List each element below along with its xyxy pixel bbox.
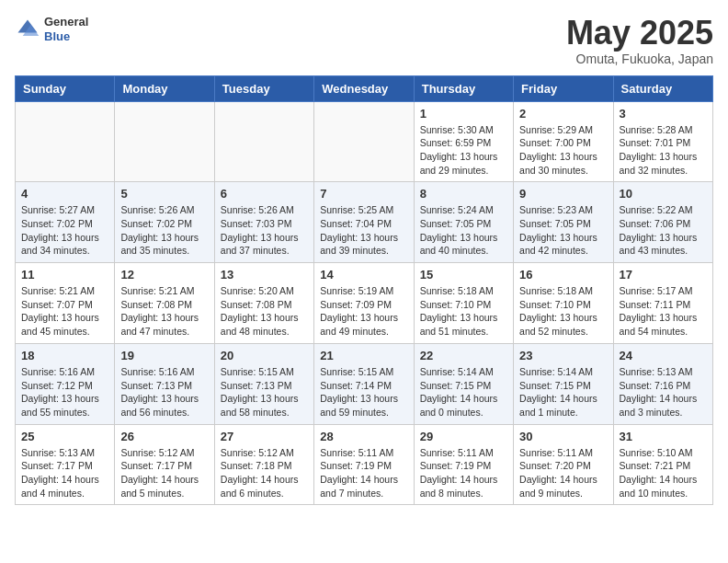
day-info: Sunrise: 5:21 AMSunset: 7:07 PMDaylight:…: [21, 284, 108, 339]
calendar-cell: 12Sunrise: 5:21 AMSunset: 7:08 PMDayligh…: [115, 263, 214, 344]
day-number: 6: [221, 187, 308, 201]
calendar-cell: [16, 101, 115, 182]
day-info: Sunrise: 5:11 AMSunset: 7:19 PMDaylight:…: [320, 446, 407, 500]
day-number: 30: [519, 430, 607, 443]
calendar-cell: 24Sunrise: 5:13 AMSunset: 7:16 PMDayligh…: [613, 343, 712, 424]
day-number: 7: [320, 187, 407, 201]
calendar-cell: 30Sunrise: 5:11 AMSunset: 7:20 PMDayligh…: [514, 424, 613, 505]
day-info: Sunrise: 5:20 AMSunset: 7:08 PMDaylight:…: [221, 284, 308, 339]
calendar-cell: 9Sunrise: 5:23 AMSunset: 7:05 PMDaylight…: [514, 182, 613, 263]
calendar-cell: 11Sunrise: 5:21 AMSunset: 7:07 PMDayligh…: [16, 263, 115, 344]
day-number: 2: [519, 107, 607, 121]
day-info: Sunrise: 5:24 AMSunset: 7:05 PMDaylight:…: [420, 203, 507, 258]
calendar-cell: 31Sunrise: 5:10 AMSunset: 7:21 PMDayligh…: [613, 424, 712, 505]
week-row-4: 18Sunrise: 5:16 AMSunset: 7:12 PMDayligh…: [16, 343, 713, 424]
day-number: 1: [420, 107, 507, 121]
calendar-cell: 18Sunrise: 5:16 AMSunset: 7:12 PMDayligh…: [16, 343, 115, 424]
logo-general-text: General: [44, 15, 88, 29]
day-info: Sunrise: 5:12 AMSunset: 7:18 PMDaylight:…: [221, 446, 308, 500]
weekday-header-thursday: Thursday: [414, 75, 513, 101]
weekday-header-wednesday: Wednesday: [314, 75, 414, 101]
calendar-cell: 25Sunrise: 5:13 AMSunset: 7:17 PMDayligh…: [16, 424, 115, 505]
day-info: Sunrise: 5:12 AMSunset: 7:17 PMDaylight:…: [120, 446, 208, 500]
logo-text: General Blue: [44, 15, 88, 43]
calendar-cell: 17Sunrise: 5:17 AMSunset: 7:11 PMDayligh…: [613, 263, 712, 344]
day-info: Sunrise: 5:13 AMSunset: 7:16 PMDaylight:…: [620, 365, 707, 419]
day-number: 9: [519, 187, 607, 201]
weekday-header-tuesday: Tuesday: [214, 75, 313, 101]
day-number: 21: [320, 349, 407, 362]
calendar-cell: 16Sunrise: 5:18 AMSunset: 7:10 PMDayligh…: [514, 263, 613, 344]
day-number: 23: [519, 349, 607, 362]
calendar-cell: 29Sunrise: 5:11 AMSunset: 7:19 PMDayligh…: [414, 424, 513, 505]
title-block: May 2025 Omuta, Fukuoka, Japan: [566, 15, 713, 66]
day-info: Sunrise: 5:26 AMSunset: 7:02 PMDaylight:…: [120, 203, 208, 258]
week-row-3: 11Sunrise: 5:21 AMSunset: 7:07 PMDayligh…: [16, 263, 713, 344]
day-number: 26: [120, 430, 208, 443]
month-title: May 2025: [566, 15, 713, 52]
day-number: 16: [519, 268, 607, 282]
day-info: Sunrise: 5:19 AMSunset: 7:09 PMDaylight:…: [320, 284, 407, 339]
week-row-1: 1Sunrise: 5:30 AMSunset: 6:59 PMDaylight…: [16, 101, 713, 182]
day-number: 4: [21, 187, 108, 201]
weekday-header-row: SundayMondayTuesdayWednesdayThursdayFrid…: [16, 75, 713, 101]
calendar-cell: [314, 101, 414, 182]
day-number: 15: [420, 268, 507, 282]
calendar-cell: 26Sunrise: 5:12 AMSunset: 7:17 PMDayligh…: [115, 424, 214, 505]
day-number: 22: [420, 349, 507, 362]
calendar-cell: 4Sunrise: 5:27 AMSunset: 7:02 PMDaylight…: [16, 182, 115, 263]
day-number: 19: [120, 349, 208, 362]
calendar-cell: 10Sunrise: 5:22 AMSunset: 7:06 PMDayligh…: [613, 182, 712, 263]
day-info: Sunrise: 5:15 AMSunset: 7:14 PMDaylight:…: [320, 365, 407, 419]
calendar-cell: 21Sunrise: 5:15 AMSunset: 7:14 PMDayligh…: [314, 343, 414, 424]
calendar-cell: 6Sunrise: 5:26 AMSunset: 7:03 PMDaylight…: [214, 182, 313, 263]
calendar-cell: 2Sunrise: 5:29 AMSunset: 7:00 PMDaylight…: [514, 101, 613, 182]
day-info: Sunrise: 5:30 AMSunset: 6:59 PMDaylight:…: [420, 123, 507, 178]
day-info: Sunrise: 5:27 AMSunset: 7:02 PMDaylight:…: [21, 203, 108, 258]
day-number: 25: [21, 430, 108, 443]
day-number: 12: [120, 268, 208, 282]
day-number: 20: [221, 349, 308, 362]
calendar-cell: 27Sunrise: 5:12 AMSunset: 7:18 PMDayligh…: [214, 424, 313, 505]
day-info: Sunrise: 5:13 AMSunset: 7:17 PMDaylight:…: [21, 446, 108, 500]
day-info: Sunrise: 5:22 AMSunset: 7:06 PMDaylight:…: [620, 203, 707, 258]
week-row-5: 25Sunrise: 5:13 AMSunset: 7:17 PMDayligh…: [16, 424, 713, 505]
day-number: 18: [21, 349, 108, 362]
week-row-2: 4Sunrise: 5:27 AMSunset: 7:02 PMDaylight…: [16, 182, 713, 263]
calendar-cell: 7Sunrise: 5:25 AMSunset: 7:04 PMDaylight…: [314, 182, 414, 263]
day-number: 8: [420, 187, 507, 201]
calendar-cell: 8Sunrise: 5:24 AMSunset: 7:05 PMDaylight…: [414, 182, 513, 263]
day-info: Sunrise: 5:17 AMSunset: 7:11 PMDaylight:…: [620, 284, 707, 339]
day-number: 13: [221, 268, 308, 282]
weekday-header-saturday: Saturday: [613, 75, 712, 101]
day-number: 5: [120, 187, 208, 201]
calendar-cell: 23Sunrise: 5:14 AMSunset: 7:15 PMDayligh…: [514, 343, 613, 424]
day-number: 27: [221, 430, 308, 443]
calendar-cell: 14Sunrise: 5:19 AMSunset: 7:09 PMDayligh…: [314, 263, 414, 344]
day-info: Sunrise: 5:18 AMSunset: 7:10 PMDaylight:…: [519, 284, 607, 339]
day-info: Sunrise: 5:15 AMSunset: 7:13 PMDaylight:…: [221, 365, 308, 419]
day-number: 17: [620, 268, 707, 282]
day-number: 31: [620, 430, 707, 443]
calendar-table: SundayMondayTuesdayWednesdayThursdayFrid…: [15, 75, 713, 506]
day-info: Sunrise: 5:16 AMSunset: 7:13 PMDaylight:…: [120, 365, 208, 419]
logo-blue-text: Blue: [44, 29, 88, 44]
day-number: 3: [620, 107, 707, 121]
day-info: Sunrise: 5:14 AMSunset: 7:15 PMDaylight:…: [420, 365, 507, 419]
day-info: Sunrise: 5:16 AMSunset: 7:12 PMDaylight:…: [21, 365, 108, 419]
day-info: Sunrise: 5:11 AMSunset: 7:20 PMDaylight:…: [519, 446, 607, 500]
calendar-cell: 28Sunrise: 5:11 AMSunset: 7:19 PMDayligh…: [314, 424, 414, 505]
weekday-header-sunday: Sunday: [16, 75, 115, 101]
calendar-cell: 19Sunrise: 5:16 AMSunset: 7:13 PMDayligh…: [115, 343, 214, 424]
day-number: 24: [620, 349, 707, 362]
calendar-cell: [214, 101, 313, 182]
calendar-cell: 20Sunrise: 5:15 AMSunset: 7:13 PMDayligh…: [214, 343, 313, 424]
calendar-cell: [115, 101, 214, 182]
calendar-cell: 5Sunrise: 5:26 AMSunset: 7:02 PMDaylight…: [115, 182, 214, 263]
day-info: Sunrise: 5:14 AMSunset: 7:15 PMDaylight:…: [519, 365, 607, 419]
day-info: Sunrise: 5:29 AMSunset: 7:00 PMDaylight:…: [519, 123, 607, 178]
logo-icon: [15, 17, 40, 42]
location-subtitle: Omuta, Fukuoka, Japan: [566, 52, 713, 66]
day-number: 28: [320, 430, 407, 443]
day-info: Sunrise: 5:11 AMSunset: 7:19 PMDaylight:…: [420, 446, 507, 500]
